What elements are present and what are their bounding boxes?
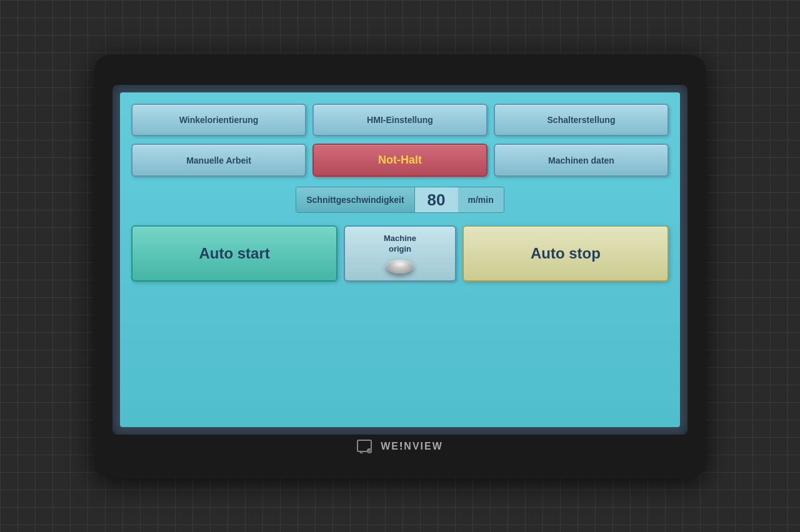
- screen: Winkelorientierung HMI-Einstellung Schal…: [120, 92, 680, 427]
- btn-hmi-einstellung[interactable]: HMI-Einstellung: [312, 104, 488, 136]
- action-row: Auto start Machine origin Auto stop: [131, 225, 669, 282]
- speed-unit: m/min: [458, 187, 504, 212]
- brand-bar: WE!NVIEW: [357, 440, 443, 453]
- btn-manuelle-arbeit[interactable]: Manuelle Arbeit: [131, 144, 306, 177]
- machine-origin-text: Machine origin: [384, 234, 416, 255]
- btn-machine-origin[interactable]: Machine origin: [344, 225, 456, 282]
- brand-logo: [357, 440, 374, 453]
- speed-row: Schnittgeschwindigkeit 80 m/min: [131, 187, 669, 213]
- hmi-device: Winkelorientierung HMI-Einstellung Schal…: [94, 54, 706, 478]
- screen-bezel: Winkelorientierung HMI-Einstellung Schal…: [112, 85, 688, 435]
- speed-value[interactable]: 80: [415, 187, 458, 212]
- btn-machinen-daten[interactable]: Machinen daten: [494, 144, 669, 177]
- origin-button-visual: [386, 260, 414, 273]
- weinview-logo-icon: [357, 440, 374, 453]
- btn-schalterstellung[interactable]: Schalterstellung: [494, 104, 669, 136]
- speed-container: Schnittgeschwindigkeit 80 m/min: [296, 187, 504, 213]
- speed-label: Schnittgeschwindigkeit: [296, 187, 414, 212]
- btn-winkelorientierung[interactable]: Winkelorientierung: [131, 104, 306, 136]
- btn-not-halt[interactable]: Not-Halt: [312, 144, 488, 177]
- btn-auto-start[interactable]: Auto start: [131, 225, 338, 282]
- nav-row-2: Manuelle Arbeit Not-Halt Machinen daten: [131, 144, 669, 177]
- machine-origin-inner: Machine origin: [384, 234, 416, 273]
- brand-text: WE!NVIEW: [381, 441, 443, 452]
- nav-row-1: Winkelorientierung HMI-Einstellung Schal…: [131, 104, 669, 136]
- btn-auto-stop[interactable]: Auto stop: [462, 225, 669, 282]
